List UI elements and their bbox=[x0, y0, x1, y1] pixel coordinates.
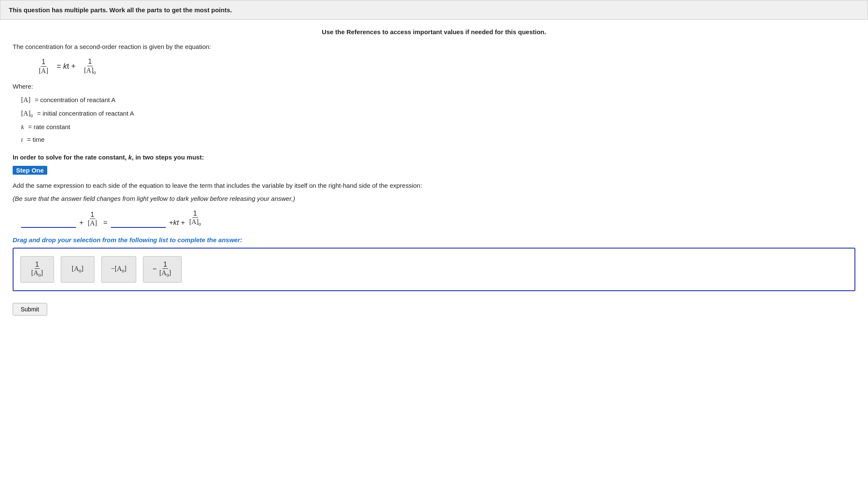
equals-sign-interactive: = bbox=[101, 219, 108, 227]
def-A0-text: = initial concentration of reactant A bbox=[35, 107, 134, 120]
opt4-fraction: 1 [A0] bbox=[159, 261, 172, 278]
def-t-text: = time bbox=[25, 133, 44, 146]
main-equation: 1 [A] = kt + 1 [A]0 bbox=[38, 58, 855, 75]
def-A0-symbol: [A]0 bbox=[21, 107, 33, 121]
def-t-symbol: t bbox=[21, 133, 23, 146]
banner-text: This question has multiple parts. Work a… bbox=[9, 6, 232, 14]
instruction-italic: (Be sure that the answer field changes f… bbox=[13, 195, 855, 202]
instruction-bold: In order to solve for the rate constant,… bbox=[13, 154, 855, 161]
intro-text: The concentration for a second-order rea… bbox=[13, 43, 855, 50]
def-A: [A] = concentration of reactant A bbox=[21, 93, 855, 107]
interactive-equation: + 1 [A] = +kt + 1 [A]0 bbox=[21, 210, 855, 229]
def-A-symbol: [A] bbox=[21, 93, 30, 107]
page-container: This question has multiple parts. Work a… bbox=[0, 0, 868, 500]
equals-sign: = kt + bbox=[54, 62, 78, 70]
def-A-text: = concentration of reactant A bbox=[33, 94, 116, 106]
frac-1-A0-right: 1 [A]0 bbox=[189, 210, 202, 227]
opt3-text: −[A0] bbox=[111, 265, 127, 273]
drag-option-3[interactable]: −[A0] bbox=[101, 256, 136, 283]
where-label: Where: bbox=[13, 83, 855, 90]
submit-button[interactable]: Submit bbox=[13, 303, 47, 316]
def-A0: [A]0 = initial concentration of reactant… bbox=[21, 107, 855, 121]
def-k-text: = rate constant bbox=[27, 121, 70, 133]
blank-left[interactable] bbox=[21, 216, 76, 228]
instruction-para: Add the same expression to each side of … bbox=[13, 181, 855, 191]
where-section: Where: [A] = concentration of reactant A… bbox=[13, 83, 855, 146]
drag-option-2[interactable]: [A0] bbox=[61, 256, 94, 283]
definition-list: [A] = concentration of reactant A [A]0 =… bbox=[13, 93, 855, 146]
frac-1-A-left: 1 [A] bbox=[87, 211, 98, 227]
step-one-badge: Step One bbox=[13, 166, 47, 175]
content-area: Use the References to access important v… bbox=[0, 20, 868, 328]
plus-kt: +kt + bbox=[169, 219, 185, 227]
fraction-1-over-A0: 1 [A]0 bbox=[83, 58, 97, 75]
top-banner: This question has multiple parts. Work a… bbox=[0, 0, 868, 20]
blank-right[interactable] bbox=[111, 216, 166, 228]
fraction-1-over-A: 1 [A] bbox=[38, 58, 49, 74]
references-line: Use the References to access important v… bbox=[13, 28, 855, 35]
drag-drop-label: Drag and drop your selection from the fo… bbox=[13, 236, 855, 243]
def-k: k = rate constant bbox=[21, 121, 855, 133]
drag-option-4[interactable]: − 1 [A0] bbox=[143, 256, 182, 283]
opt4-neg: − bbox=[153, 265, 157, 273]
opt2-text: [A0] bbox=[72, 265, 84, 273]
drag-option-1[interactable]: 1 [A0] bbox=[20, 256, 54, 283]
opt1-fraction: 1 [A0] bbox=[30, 261, 44, 278]
def-k-symbol: k bbox=[21, 121, 24, 133]
def-t: t = time bbox=[21, 133, 855, 146]
references-text: Use the References to access important v… bbox=[322, 28, 546, 35]
drag-options-container: 1 [A0] [A0] −[A0] − 1 [A0] bbox=[13, 248, 855, 291]
plus-sign-left: + bbox=[79, 219, 84, 227]
